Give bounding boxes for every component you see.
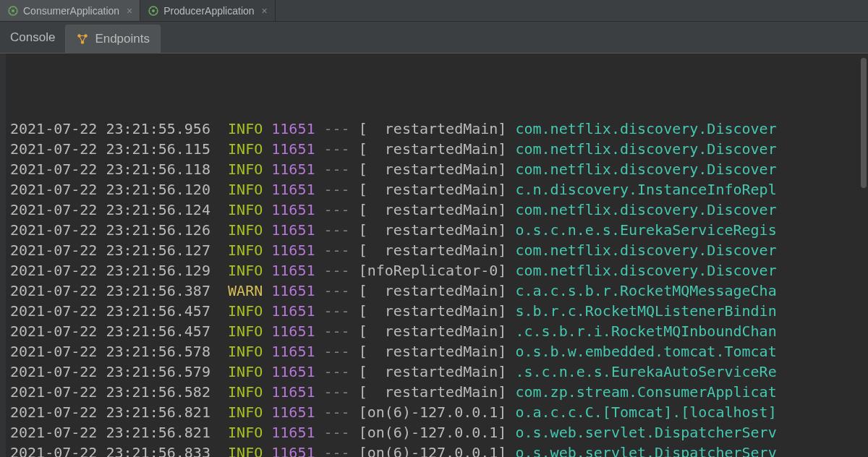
log-thread: [ restartedMain] <box>359 282 507 299</box>
log-timestamp: 2021-07-22 23:21:56.821 <box>10 424 210 441</box>
log-line: 2021-07-22 23:21:56.126 INFO 11651 --- [… <box>6 220 868 240</box>
tab-label: Endpoints <box>95 32 150 46</box>
log-line: 2021-07-22 23:21:56.457 INFO 11651 --- [… <box>6 301 868 321</box>
log-thread: [ restartedMain] <box>359 302 507 320</box>
log-logger: o.s.c.n.e.s.EurekaServiceRegis <box>515 221 776 239</box>
log-thread: [ restartedMain] <box>359 140 507 158</box>
log-thread: [ restartedMain] <box>359 161 507 178</box>
log-logger: com.netflix.discovery.Discover <box>515 262 776 279</box>
log-level: INFO <box>228 120 263 137</box>
console-output[interactable]: 2021-07-22 23:21:55.956 INFO 11651 --- [… <box>0 54 868 457</box>
log-logger: o.a.c.c.C.[Tomcat].[localhost] <box>515 403 776 421</box>
log-thread: [ restartedMain] <box>359 181 507 198</box>
log-logger: .c.s.b.r.i.RocketMQInboundChan <box>515 323 776 340</box>
log-level: INFO <box>228 383 263 401</box>
log-timestamp: 2021-07-22 23:21:56.833 <box>10 444 210 457</box>
scrollbar-thumb[interactable] <box>861 58 867 188</box>
log-level: INFO <box>228 424 263 441</box>
tab-label: Console <box>10 30 55 45</box>
close-icon[interactable]: × <box>127 5 132 17</box>
log-logger: s.b.r.c.RocketMQListenerBindin <box>515 302 776 320</box>
log-level: INFO <box>228 221 263 239</box>
log-thread: [ restartedMain] <box>359 343 507 360</box>
log-sep: --- <box>324 262 350 279</box>
log-sep: --- <box>324 383 350 401</box>
log-pid: 11651 <box>271 120 315 137</box>
endpoints-icon <box>76 33 89 46</box>
log-pid: 11651 <box>271 363 315 380</box>
log-level: WARN <box>228 282 263 299</box>
log-sep: --- <box>324 363 350 380</box>
log-line: 2021-07-22 23:21:56.120 INFO 11651 --- [… <box>6 179 868 200</box>
log-line: 2021-07-22 23:21:56.833 INFO 11651 --- [… <box>6 443 868 457</box>
tool-tab-bar: Console Endpoints <box>0 22 868 54</box>
file-tab-consumer[interactable]: ConsumerApplication × <box>0 0 140 21</box>
log-logger: o.s.web.servlet.DispatcherServ <box>515 424 776 441</box>
log-thread: [on(6)-127.0.0.1] <box>359 424 507 441</box>
log-sep: --- <box>324 403 350 421</box>
log-thread: [ restartedMain] <box>359 242 507 259</box>
log-sep: --- <box>324 161 350 178</box>
log-logger: com.netflix.discovery.Discover <box>515 201 776 218</box>
log-timestamp: 2021-07-22 23:21:56.578 <box>10 343 210 360</box>
run-config-icon <box>7 5 19 17</box>
log-thread: [ restartedMain] <box>359 201 507 218</box>
log-timestamp: 2021-07-22 23:21:56.124 <box>10 201 210 218</box>
log-thread: [on(6)-127.0.0.1] <box>359 444 507 457</box>
log-pid: 11651 <box>271 424 315 441</box>
log-timestamp: 2021-07-22 23:21:56.387 <box>10 282 210 299</box>
log-line: 2021-07-22 23:21:55.956 INFO 11651 --- [… <box>6 119 868 139</box>
file-tab-label: ProducerApplication <box>163 5 254 17</box>
gutter <box>0 54 6 457</box>
log-line: 2021-07-22 23:21:56.115 INFO 11651 --- [… <box>6 139 868 159</box>
log-pid: 11651 <box>271 201 315 218</box>
run-config-icon <box>148 5 159 17</box>
log-pid: 11651 <box>271 262 315 279</box>
log-line: 2021-07-22 23:21:56.387 WARN 11651 --- [… <box>6 281 868 301</box>
log-timestamp: 2021-07-22 23:21:56.457 <box>10 302 210 320</box>
log-timestamp: 2021-07-22 23:21:56.129 <box>10 262 210 279</box>
log-sep: --- <box>324 282 350 299</box>
log-logger: o.s.web.servlet.DispatcherServ <box>515 444 776 457</box>
log-level: INFO <box>228 444 263 457</box>
svg-point-1 <box>12 9 14 12</box>
log-level: INFO <box>228 343 263 360</box>
log-timestamp: 2021-07-22 23:21:56.127 <box>10 242 210 259</box>
log-pid: 11651 <box>271 181 315 198</box>
log-timestamp: 2021-07-22 23:21:56.115 <box>10 140 210 158</box>
log-level: INFO <box>228 302 263 320</box>
log-sep: --- <box>324 140 350 158</box>
log-pid: 11651 <box>271 161 315 178</box>
log-level: INFO <box>228 242 263 259</box>
log-level: INFO <box>228 140 263 158</box>
log-line: 2021-07-22 23:21:56.821 INFO 11651 --- [… <box>6 422 868 443</box>
close-icon[interactable]: × <box>262 5 268 17</box>
log-level: INFO <box>228 323 263 340</box>
log-pid: 11651 <box>271 444 315 457</box>
log-logger: .s.c.n.e.s.EurekaAutoServiceRe <box>515 363 776 380</box>
log-sep: --- <box>324 343 350 360</box>
log-sep: --- <box>324 181 350 198</box>
log-logger: o.s.b.w.embedded.tomcat.Tomcat <box>515 343 776 360</box>
log-sep: --- <box>324 221 350 239</box>
file-tab-producer[interactable]: ProducerApplication × <box>140 0 275 21</box>
log-line: 2021-07-22 23:21:56.579 INFO 11651 --- [… <box>6 362 868 382</box>
log-logger: com.netflix.discovery.Discover <box>515 140 776 158</box>
log-line: 2021-07-22 23:21:56.821 INFO 11651 --- [… <box>6 402 868 422</box>
log-sep: --- <box>324 201 350 218</box>
log-timestamp: 2021-07-22 23:21:56.821 <box>10 403 210 421</box>
log-line: 2021-07-22 23:21:56.582 INFO 11651 --- [… <box>6 382 868 402</box>
log-thread: [ restartedMain] <box>359 383 507 401</box>
log-timestamp: 2021-07-22 23:21:55.956 <box>10 120 210 137</box>
tab-console[interactable]: Console <box>0 22 65 53</box>
log-line: 2021-07-22 23:21:56.124 INFO 11651 --- [… <box>6 200 868 220</box>
tab-endpoints[interactable]: Endpoints <box>65 25 161 53</box>
log-timestamp: 2021-07-22 23:21:56.126 <box>10 221 210 239</box>
log-pid: 11651 <box>271 403 315 421</box>
log-line: 2021-07-22 23:21:56.578 INFO 11651 --- [… <box>6 341 868 362</box>
log-pid: 11651 <box>271 242 315 259</box>
log-sep: --- <box>324 444 350 457</box>
log-logger: com.zp.stream.ConsumerApplicat <box>515 383 776 401</box>
log-thread: [ restartedMain] <box>359 363 507 380</box>
log-line: 2021-07-22 23:21:56.118 INFO 11651 --- [… <box>6 159 868 179</box>
